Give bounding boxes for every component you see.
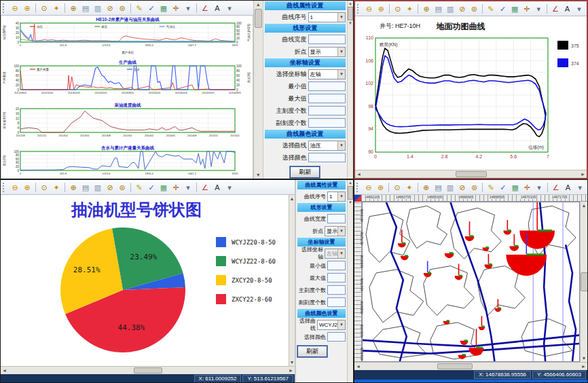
br-hscrollbar[interactable]: ◄ ► [354, 362, 587, 370]
min-value-input[interactable] [327, 261, 346, 270]
curve-color-select[interactable]: 油压▼ [308, 141, 346, 151]
measure-icon[interactable]: ✎ [485, 181, 497, 194]
max-value-input[interactable] [327, 273, 346, 282]
thumbnail-map-icon[interactable]: ▦ [158, 2, 170, 14]
refresh-button[interactable]: 刷新 [297, 346, 327, 357]
zoom-previous-icon[interactable]: ⊘ [456, 181, 468, 194]
scroll-right-icon[interactable]: ► [580, 364, 587, 369]
scroll-thumb[interactable] [437, 363, 473, 369]
scroll-down-icon[interactable]: ▼ [348, 20, 352, 26]
scroll-thumb[interactable] [134, 367, 162, 373]
chevron-down-icon[interactable]: ▼ [337, 48, 345, 56]
scroll-down-icon[interactable]: ▼ [582, 354, 587, 362]
br-vscrollbar[interactable]: ▲ ▼ [580, 202, 587, 362]
layout-vertical-icon[interactable]: ▥ [444, 3, 456, 15]
zoom-next-icon[interactable]: ⊚ [468, 181, 481, 194]
scroll-thumb[interactable] [255, 9, 262, 28]
scroll-up-icon[interactable]: ▲ [290, 195, 295, 202]
magnifier-icon[interactable]: ⊙ [38, 181, 50, 194]
toolbar-overflow2-icon[interactable]: ▾ [223, 2, 236, 14]
annotation-tool-icon[interactable]: ∠ [199, 2, 211, 14]
measure-icon[interactable]: ✎ [133, 2, 145, 14]
minor-tick-count-input[interactable] [327, 297, 346, 307]
pan-icon[interactable]: ✛ [170, 181, 182, 194]
scroll-thumb[interactable] [456, 171, 487, 177]
minor-tick-count-input[interactable] [308, 118, 346, 128]
pan-icon[interactable]: ✛ [170, 2, 182, 14]
layout-horizontal-icon[interactable]: ▤ [433, 3, 445, 15]
bl-props-scrollbar[interactable]: ▲ ▼ [347, 180, 353, 382]
toolbar-overflow2-icon[interactable]: ▾ [574, 181, 586, 194]
select-arrow-icon[interactable]: ✓ [145, 181, 158, 194]
map-canvas[interactable] [362, 202, 580, 362]
curve-width-input[interactable] [308, 35, 346, 44]
toolbar-overflow2-icon[interactable]: ▾ [223, 181, 236, 194]
layout-horizontal-icon[interactable]: ▤ [432, 181, 444, 194]
pan-icon[interactable]: ✛ [521, 181, 534, 194]
text-tool-icon[interactable]: A [211, 181, 223, 194]
chevron-down-icon[interactable]: ▼ [337, 141, 345, 150]
scroll-right-icon[interactable]: ► [579, 172, 587, 177]
chevron-down-icon[interactable]: ▼ [337, 13, 345, 22]
toolbar-overflow-icon[interactable]: ▾ [533, 3, 545, 15]
bl-hscrollbar[interactable]: ◄ ► [1, 366, 295, 374]
magnifier-icon[interactable]: ⊙ [392, 3, 404, 15]
toolbar-overflow-icon[interactable]: ▾ [182, 181, 194, 194]
zoom-out-icon[interactable]: ⊖ [363, 181, 375, 194]
chevron-down-icon[interactable]: ▼ [337, 192, 345, 201]
zoom-next-icon[interactable]: ⊚ [468, 3, 481, 15]
scroll-left-icon[interactable]: ◄ [1, 368, 8, 373]
text-tool-icon[interactable]: A [211, 2, 223, 14]
text-tool-icon[interactable]: A [562, 181, 574, 194]
zoom-in-icon[interactable]: ⊕ [21, 181, 33, 194]
scroll-up-icon[interactable]: ▲ [348, 1, 352, 7]
color-pick-input[interactable] [327, 332, 346, 342]
max-value-input[interactable] [308, 94, 346, 103]
scroll-thumb[interactable] [348, 186, 353, 200]
select-arrow-icon[interactable]: ✓ [497, 3, 509, 15]
measure-icon[interactable]: ✎ [133, 181, 145, 194]
pan-icon[interactable]: ✛ [521, 3, 533, 15]
axis-select[interactable]: 左轴▼ [308, 69, 346, 79]
zoom-in-icon[interactable]: ⊕ [375, 3, 388, 15]
annotation-tool-icon[interactable]: ∠ [549, 3, 562, 15]
layout-vertical-icon[interactable]: ▥ [444, 181, 456, 194]
curve-index-select[interactable]: 1▼ [327, 192, 346, 202]
zoom-out-icon[interactable]: ⊖ [9, 2, 21, 14]
annotation-tool-icon[interactable]: ∠ [550, 181, 562, 194]
tl-props-scrollbar[interactable]: ▲ ▼ [347, 1, 353, 179]
tl-charts-scrollbar[interactable]: ▲ ▼ [253, 1, 263, 179]
zoom-next-icon[interactable]: ⊚ [116, 2, 128, 14]
scroll-down-icon[interactable]: ▼ [256, 171, 261, 179]
curve-index-select[interactable]: 1▼ [308, 12, 346, 22]
scroll-thumb[interactable] [581, 272, 588, 291]
scroll-up-icon[interactable]: ▲ [256, 1, 261, 8]
thumbnail-map-icon[interactable]: ▦ [509, 181, 521, 194]
zoom-extent-icon[interactable]: ⊕ [420, 181, 433, 194]
annotation-tool-icon[interactable]: ∠ [199, 181, 211, 194]
scroll-up-icon[interactable]: ▲ [582, 202, 587, 209]
zoom-previous-icon[interactable]: ⊘ [104, 2, 116, 14]
layout-horizontal-icon[interactable]: ▤ [79, 181, 92, 194]
zoom-previous-icon[interactable]: ⊘ [104, 181, 116, 194]
toolbar-overflow2-icon[interactable]: ▾ [573, 3, 585, 15]
breakpoint-select[interactable]: 显示▼ [308, 47, 346, 57]
zoom-select-icon[interactable]: ✦ [50, 2, 62, 14]
zoom-in-icon[interactable]: ⊕ [21, 2, 33, 14]
scroll-down-icon[interactable]: ▼ [290, 359, 295, 366]
scroll-right-icon[interactable]: ► [287, 368, 295, 373]
zoom-in-icon[interactable]: ⊕ [375, 181, 387, 194]
zoom-select-icon[interactable]: ✦ [404, 3, 416, 15]
toolbar-overflow-icon[interactable]: ▾ [182, 2, 194, 14]
text-tool-icon[interactable]: A [562, 3, 574, 15]
zoom-extent-icon[interactable]: ⊕ [67, 2, 79, 14]
chevron-down-icon[interactable]: ▼ [337, 249, 345, 258]
select-arrow-icon[interactable]: ✓ [145, 2, 158, 14]
curve-color-select[interactable]: WCYJ2▼ [317, 320, 346, 330]
layout-vertical-icon[interactable]: ▥ [92, 181, 104, 194]
zoom-next-icon[interactable]: ⊚ [116, 181, 128, 194]
chevron-down-icon[interactable]: ▼ [337, 321, 345, 329]
select-arrow-icon[interactable]: ✓ [497, 181, 509, 194]
layout-vertical-icon[interactable]: ▥ [92, 2, 104, 14]
measure-icon[interactable]: ✎ [485, 3, 497, 15]
